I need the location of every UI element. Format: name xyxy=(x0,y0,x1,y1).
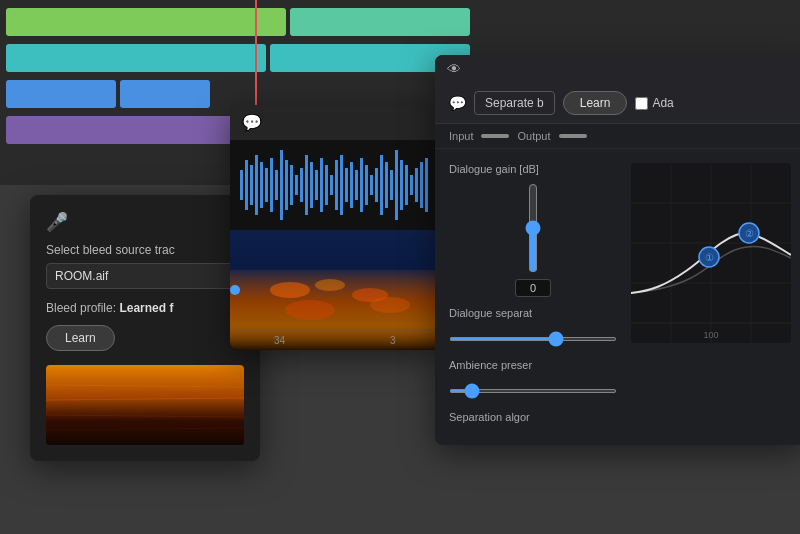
bleed-source-panel: 🎤 Select bleed source trac Bleed profile… xyxy=(30,195,260,461)
panel-right-toolbar: 💬 Separate b Learn Ada xyxy=(435,83,800,124)
dialogue-gain-slider-container: 0 xyxy=(449,183,617,297)
input-meter xyxy=(481,134,509,138)
svg-rect-26 xyxy=(340,155,343,215)
svg-rect-22 xyxy=(320,158,323,212)
eye-icon: 👁 xyxy=(447,61,461,77)
output-meter xyxy=(559,134,587,138)
ambience-preservation-container: Ambience preser xyxy=(449,359,617,397)
svg-point-46 xyxy=(270,282,310,298)
svg-rect-33 xyxy=(375,168,378,202)
svg-rect-38 xyxy=(400,160,403,210)
ambience-preservation-label: Ambience preser xyxy=(449,359,617,371)
dialogue-gain-slider[interactable] xyxy=(523,183,543,273)
learn-button-left[interactable]: Learn xyxy=(46,325,115,351)
ambience-preservation-slider[interactable] xyxy=(449,389,617,393)
svg-rect-45 xyxy=(230,230,440,270)
source-input[interactable] xyxy=(46,263,244,289)
dialogue-separation-container: Dialogue separat xyxy=(449,307,617,345)
dialogue-separation-label: Dialogue separat xyxy=(449,307,617,319)
dialogue-separation-slider[interactable] xyxy=(449,337,617,341)
bleed-profile-text: Bleed profile: Learned f xyxy=(46,301,244,315)
svg-rect-8 xyxy=(250,165,253,205)
svg-text:②: ② xyxy=(745,228,754,239)
svg-rect-27 xyxy=(345,168,348,202)
svg-rect-30 xyxy=(360,158,363,212)
svg-text:100: 100 xyxy=(703,330,718,340)
svg-rect-23 xyxy=(325,165,328,205)
mic-icon: 🎤 xyxy=(46,211,244,233)
output-label: Output xyxy=(517,130,550,142)
timeline-number-3: 3 xyxy=(390,335,396,346)
svg-rect-43 xyxy=(425,158,428,212)
waveform-display xyxy=(230,140,440,230)
svg-rect-17 xyxy=(295,175,298,195)
svg-point-51 xyxy=(230,285,240,295)
eq-chart: ① ② 100 xyxy=(631,163,791,343)
svg-rect-11 xyxy=(265,168,268,202)
dialogue-separation-panel: 👁 💬 Separate b Learn Ada Input Output Di… xyxy=(435,55,800,445)
svg-rect-0 xyxy=(46,365,244,445)
svg-rect-28 xyxy=(350,162,353,208)
svg-rect-39 xyxy=(405,165,408,205)
svg-point-50 xyxy=(370,297,410,313)
svg-rect-16 xyxy=(290,165,293,205)
svg-rect-29 xyxy=(355,170,358,200)
separate-button[interactable]: Separate b xyxy=(474,91,555,115)
svg-rect-42 xyxy=(420,162,423,208)
timeline-number-34: 34 xyxy=(274,335,285,346)
svg-rect-18 xyxy=(300,168,303,202)
svg-rect-10 xyxy=(260,162,263,208)
spectrogram-preview xyxy=(46,365,244,445)
dialogue-gain-value: 0 xyxy=(515,279,551,297)
comment-icon: 💬 xyxy=(449,95,466,111)
waveform-panel: 💬 xyxy=(230,105,440,350)
svg-rect-31 xyxy=(365,165,368,205)
io-row: Input Output xyxy=(435,124,800,149)
svg-rect-9 xyxy=(255,155,258,215)
svg-point-47 xyxy=(315,279,345,291)
svg-rect-12 xyxy=(270,158,273,212)
svg-rect-32 xyxy=(370,175,373,195)
svg-rect-37 xyxy=(395,150,398,220)
panel-center-header: 💬 xyxy=(230,105,440,140)
svg-rect-34 xyxy=(380,155,383,215)
dialogue-gain-label: Dialogue gain [dB] xyxy=(449,163,617,175)
svg-text:①: ① xyxy=(705,252,714,263)
svg-rect-21 xyxy=(315,170,318,200)
svg-point-49 xyxy=(285,300,335,320)
learn-button-right[interactable]: Learn xyxy=(563,91,628,115)
adaptive-label: Ada xyxy=(652,96,673,110)
svg-rect-7 xyxy=(245,160,248,210)
svg-rect-24 xyxy=(330,175,333,195)
svg-rect-36 xyxy=(390,170,393,200)
svg-rect-15 xyxy=(285,160,288,210)
panel-right-body: Dialogue gain [dB] 0 Dialogue separat Am… xyxy=(435,149,800,445)
svg-rect-19 xyxy=(305,155,308,215)
input-label: Input xyxy=(449,130,473,142)
source-label: Select bleed source trac xyxy=(46,243,244,257)
panel-right-header: 👁 xyxy=(435,55,800,83)
spectrogram-display: 34 3 xyxy=(230,230,440,350)
controls-column: Dialogue gain [dB] 0 Dialogue separat Am… xyxy=(449,163,617,431)
separation-algorithm-label: Separation algor xyxy=(449,411,617,423)
svg-rect-41 xyxy=(415,168,418,202)
svg-rect-35 xyxy=(385,162,388,208)
svg-rect-6 xyxy=(240,170,243,200)
svg-rect-40 xyxy=(410,175,413,195)
chat-icon: 💬 xyxy=(242,113,262,132)
svg-rect-14 xyxy=(280,150,283,220)
adaptive-checkbox-container: Ada xyxy=(635,96,673,110)
svg-rect-20 xyxy=(310,162,313,208)
adaptive-checkbox[interactable] xyxy=(635,97,648,110)
svg-rect-25 xyxy=(335,160,338,210)
svg-rect-13 xyxy=(275,170,278,200)
